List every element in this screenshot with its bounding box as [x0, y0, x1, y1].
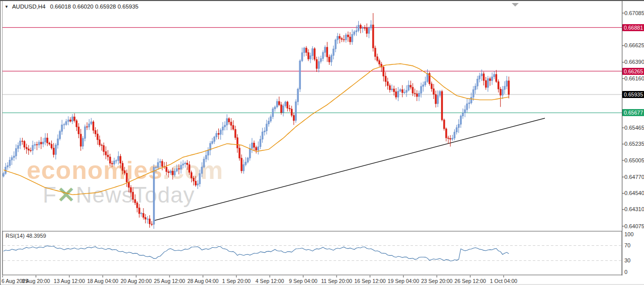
time-axis-label: 1 Sep 20:00 — [222, 278, 251, 284]
price-axis-tick-label: 0.65005 — [624, 157, 644, 163]
chart-shift-icon[interactable] — [512, 3, 519, 7]
price-axis-tick-label: 0.64075 — [624, 223, 644, 229]
price-axis-tick-label: 0.66625 — [624, 42, 644, 48]
rsi-axis-label: 0 — [624, 269, 627, 275]
price-level-badge[interactable]: 0.65677 — [622, 109, 644, 116]
time-axis-label: 26 Sep 12:00 — [454, 278, 486, 284]
price-axis-tick-label: 0.66160 — [624, 75, 644, 81]
time-axis-label: 4 Sep 12:00 — [256, 278, 284, 284]
price-axis-tick-label: 0.64770 — [624, 174, 644, 180]
price-axis-tick-label: 0.65465 — [624, 125, 644, 131]
time-axis-label: 13 Aug 12:00 — [54, 278, 85, 284]
time-axis-label: 8 Aug 20:00 — [22, 278, 50, 284]
ohlc-values: 0.66018 0.66020 0.65928 0.65935 — [50, 4, 138, 10]
time-axis-label: 11 Sep 20:00 — [321, 278, 352, 284]
time-axis-label: 23 Sep 20:00 — [421, 278, 452, 284]
price-axis-tick-label: 0.64540 — [624, 190, 644, 196]
time-axis-label: 18 Aug 04:00 — [87, 278, 118, 284]
rsi-axis-label: 70 — [624, 242, 630, 248]
symbol-timeframe-label: AUDUSD,H4 — [12, 4, 45, 10]
price-level-badge[interactable]: 0.66881 — [622, 24, 644, 31]
rsi-indicator-label: RSI(14) 48.3959 — [6, 233, 46, 239]
time-axis-label: 16 Sep 12:00 — [354, 278, 385, 284]
rsi-axis-label: 100 — [624, 231, 633, 237]
candlestick-chart-canvas[interactable] — [1, 1, 644, 285]
time-axis-label: 20 Aug 20:00 — [121, 278, 152, 284]
symbol-dropdown-icon[interactable]: ▼ — [5, 5, 9, 9]
rsi-axis-label: 30 — [624, 257, 630, 263]
price-axis-tick-label: 0.67085 — [624, 10, 644, 16]
price-level-badge[interactable]: 0.65935 — [622, 91, 644, 98]
price-axis-tick-label: 0.66390 — [624, 59, 644, 65]
price-axis-tick-label: 0.64310 — [624, 206, 644, 212]
time-axis-label: 9 Sep 04:00 — [289, 278, 317, 284]
price-axis-tick-label: 0.65235 — [624, 141, 644, 147]
time-axis-label: 25 Aug 12:00 — [154, 278, 185, 284]
chart-header: ▼AUDUSD,H40.66018 0.66020 0.65928 0.6593… — [5, 4, 138, 10]
trading-chart-window: ▼AUDUSD,H40.66018 0.66020 0.65928 0.6593… — [0, 0, 644, 285]
time-axis-label: 19 Sep 04:00 — [388, 278, 419, 284]
price-level-badge[interactable]: 0.66265 — [622, 68, 644, 75]
time-axis-label: 28 Aug 04:00 — [187, 278, 218, 284]
time-axis-label: 1 Oct 04:00 — [490, 278, 517, 284]
